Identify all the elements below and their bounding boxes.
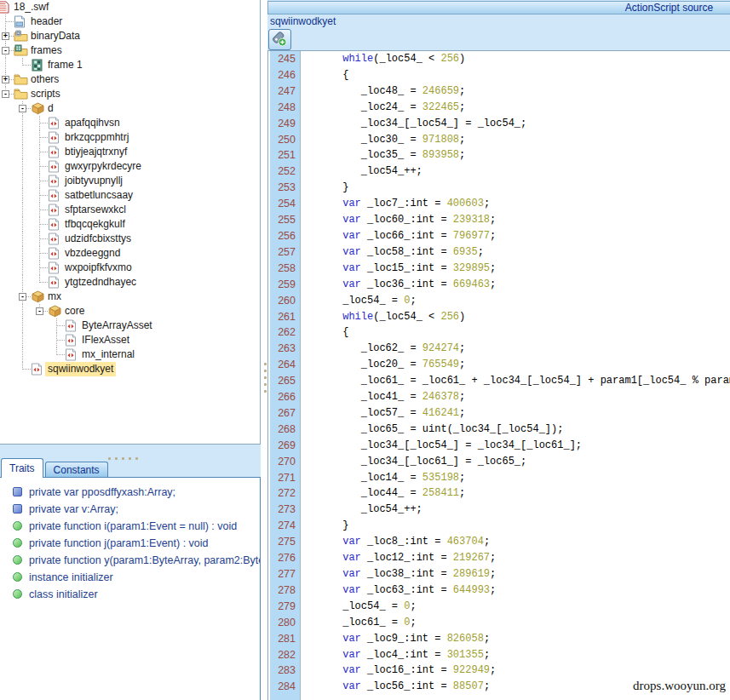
- tree-item[interactable]: +binaryData: [0, 29, 260, 43]
- tree-guide-line: [22, 145, 23, 159]
- line-number: 249: [270, 116, 296, 132]
- tree-guide-line: [22, 333, 23, 347]
- line-number: 283: [270, 663, 296, 679]
- tree-item-label[interactable]: core: [62, 304, 87, 318]
- tree-item-label[interactable]: brkzqcppmhtrj: [62, 130, 131, 145]
- tree-item[interactable]: -frames: [0, 43, 260, 58]
- tree-item-label[interactable]: IFlexAsset: [79, 333, 132, 347]
- line-number: 267: [270, 405, 296, 422]
- tree-item[interactable]: btiyjeajqtrxnyf: [0, 145, 260, 159]
- tree-item-label[interactable]: mx: [45, 290, 64, 304]
- line-number: 277: [270, 566, 296, 582]
- tree-item-label[interactable]: sqwiinwodkyet: [45, 362, 116, 376]
- collapse-icon[interactable]: -: [2, 90, 9, 98]
- script-icon: [48, 261, 61, 274]
- tree-item-label[interactable]: apafqqihvsn: [62, 116, 123, 130]
- tree-item[interactable]: +others: [0, 72, 260, 87]
- tree-item[interactable]: frame 1: [0, 58, 260, 72]
- tree-item-label[interactable]: btiyjeajqtrxnyf: [62, 145, 129, 159]
- tree-item-label[interactable]: 18_.swf: [11, 0, 51, 14]
- traits-list-panel[interactable]: private var pposdffyxash:Array;private v…: [0, 477, 261, 700]
- tree-item-label[interactable]: binaryData: [28, 29, 83, 43]
- tree-item-label[interactable]: satbetluncsaay: [62, 188, 135, 203]
- tree-item[interactable]: vbzdeeggnd: [0, 246, 260, 261]
- tree-item[interactable]: wxpoipfkfvxmo: [0, 261, 260, 275]
- tree-item-label[interactable]: tfbqcqekgkulf: [62, 217, 128, 232]
- tree-item-label[interactable]: udzidfcbixsttys: [62, 232, 134, 246]
- tab-traits[interactable]: Traits: [1, 458, 43, 478]
- tree-item[interactable]: apafqqihvsn: [0, 116, 260, 130]
- tree-guide-line: [56, 340, 65, 341]
- tree-guide-line: [22, 159, 23, 174]
- tree-item-label[interactable]: scripts: [28, 87, 63, 101]
- tree-item[interactable]: gwxyrpykrdecyre: [0, 159, 260, 174]
- tree-item[interactable]: tfbqcqekgkulf: [0, 217, 260, 232]
- tree-item-label[interactable]: joibtyvupnyllj: [62, 174, 125, 188]
- tree-item[interactable]: -d: [0, 101, 260, 116]
- tree-item[interactable]: udzidfcbixsttys: [0, 232, 260, 246]
- tree-item-label[interactable]: sfptarsewxkcl: [62, 203, 129, 217]
- expand-icon[interactable]: +: [2, 76, 9, 83]
- splitter-grip-icon[interactable]: [264, 363, 267, 397]
- tree-item-label[interactable]: vbzdeeggnd: [62, 246, 123, 261]
- script-icon: [48, 218, 61, 231]
- tab-constants[interactable]: Constants: [45, 462, 108, 478]
- tree-item[interactable]: joibtyvupnyllj: [0, 174, 260, 188]
- source-tab-sqwiinwodkyet[interactable]: sqwiinwodkyet: [270, 14, 336, 28]
- trait-item[interactable]: instance initializer: [0, 569, 260, 586]
- package-icon: [48, 305, 61, 318]
- tree-item-label[interactable]: others: [28, 72, 61, 87]
- tree-item-label[interactable]: d: [45, 101, 56, 116]
- code-line: 268 _loc65_ = uint(_loc34_[_loc54_]);: [268, 422, 730, 438]
- tree-item[interactable]: ByteArrayAsset: [0, 318, 260, 333]
- tree-item[interactable]: header: [0, 14, 260, 29]
- tree-item[interactable]: -mx: [0, 290, 260, 304]
- trait-item[interactable]: private var pposdffyxash:Array;: [0, 484, 260, 501]
- horizontal-splitter[interactable]: [0, 445, 261, 458]
- tree-item-label[interactable]: ytgtzedndhayec: [62, 275, 139, 290]
- code-text: _loc44_ = 258411;: [306, 485, 465, 502]
- code-text: _loc20_ = 765549;: [306, 357, 465, 373]
- trait-item[interactable]: private var v:Array;: [0, 501, 260, 518]
- collapse-icon[interactable]: -: [19, 293, 26, 301]
- tree-item[interactable]: mx_internal: [0, 347, 260, 362]
- tree-item[interactable]: 18_.swf: [0, 0, 260, 14]
- code-line: 262 {: [268, 324, 730, 341]
- tree-item-label[interactable]: frames: [28, 43, 65, 58]
- collapse-icon[interactable]: -: [2, 47, 9, 55]
- swf-tree-panel[interactable]: 18_.swfheader+binaryData-framesframe 1+o…: [0, 0, 261, 445]
- tree-item[interactable]: -scripts: [0, 87, 260, 101]
- tree-item[interactable]: ytgtzedndhayec: [0, 275, 260, 290]
- tree-guide-line: [22, 203, 23, 217]
- code-area[interactable]: 245 while(_loc54_ < 256)246 {247 _loc48_…: [267, 50, 730, 700]
- code-text: }: [306, 518, 348, 534]
- trait-item[interactable]: private function y(param1:ByteArray, par…: [0, 552, 260, 569]
- tree-item-label[interactable]: frame 1: [45, 58, 85, 72]
- tree-item[interactable]: sfptarsewxkcl: [0, 203, 260, 217]
- tree-item-label[interactable]: mx_internal: [79, 347, 137, 362]
- code-line: 283 var _loc16_:int = 922949;: [268, 663, 730, 679]
- trait-item[interactable]: private function j(param1:Event) : void: [0, 535, 260, 552]
- method-icon: [13, 555, 22, 565]
- vertical-splitter[interactable]: [261, 0, 267, 700]
- trait-item[interactable]: class initializer: [0, 586, 260, 603]
- script-icon: [48, 204, 61, 216]
- collapse-icon[interactable]: -: [19, 105, 26, 112]
- tree-item[interactable]: IFlexAsset: [0, 333, 260, 347]
- code-text: _loc35_ = 893958;: [306, 147, 465, 164]
- tree-item[interactable]: sqwiinwodkyet: [0, 362, 260, 376]
- tree-item[interactable]: satbetluncsaay: [0, 188, 260, 203]
- tree-item-label[interactable]: header: [28, 14, 65, 29]
- code-line: 263 _loc62_ = 924274;: [268, 341, 730, 357]
- add-tag-button[interactable]: [268, 29, 291, 50]
- trait-item[interactable]: private function i(param1:Event = null) …: [0, 518, 260, 535]
- tree-item[interactable]: -core: [0, 304, 260, 318]
- tree-item-label[interactable]: ByteArrayAsset: [79, 318, 155, 333]
- tree-item-label[interactable]: wxpoipfkfvxmo: [62, 261, 135, 275]
- tree-item-label[interactable]: gwxyrpykrdecyre: [62, 159, 144, 174]
- collapse-icon[interactable]: -: [36, 307, 43, 315]
- tree-item[interactable]: brkzqcppmhtrj: [0, 130, 260, 145]
- script-icon: [65, 348, 78, 361]
- tree-guide-line: [56, 354, 65, 355]
- expand-icon[interactable]: +: [2, 32, 9, 40]
